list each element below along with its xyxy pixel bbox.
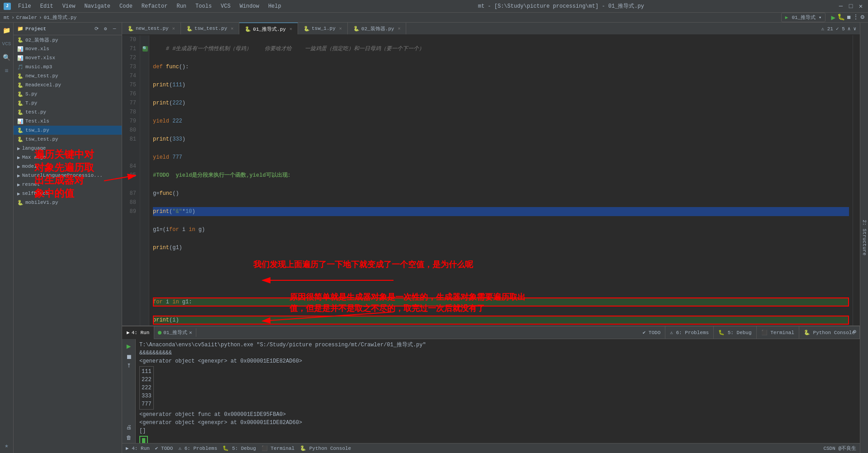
tree-item-movet-xlsx[interactable]: 📊 moveT.xlsx — [14, 53, 122, 62]
clear-button[interactable]: 🗑 — [126, 434, 132, 441]
tree-item-test-xls[interactable]: 📊 Test.xls — [14, 117, 122, 126]
sidebar-icon-search[interactable]: 🔍 — [1, 52, 13, 63]
tree-item-t[interactable]: 🐍 T.py — [14, 99, 122, 108]
output-line-amps: &&&&&&&&&& — [139, 349, 856, 357]
breadcrumb-file[interactable]: 01_推导式.py — [44, 14, 77, 21]
output-line-func: <generator object func at 0x000001E1DE95… — [139, 411, 856, 419]
output-line-222b: 222 — [142, 384, 152, 392]
line-numbers: 70 71 72 73 74 75 76 77 78 79 80 81 — [122, 35, 140, 326]
project-collapse-button[interactable]: ─ — [111, 25, 118, 33]
output-line-222a: 222 — [142, 376, 152, 384]
run-button[interactable]: ▶ — [831, 13, 835, 22]
project-title: 📁 Project — [17, 26, 46, 32]
bottom-settings-icon[interactable]: ⚙ — [853, 328, 856, 335]
tree-item-nlp[interactable]: ▶ NaturalLanguageProcessio... — [14, 171, 122, 180]
output-line-777: 777 — [142, 400, 152, 408]
output-line-command: T:\Anaconda\envs\cv5aiit\python.exe "S:/… — [139, 341, 856, 349]
editor-main: 70 71 72 73 74 75 76 77 78 79 80 81 — [122, 35, 860, 326]
tree-item-tsw1[interactable]: 🐍 tsw_1.py — [14, 126, 122, 135]
output-line-genexpr: <generator object <genexpr> at 0x000001E… — [139, 357, 856, 365]
tree-item-test[interactable]: 🐍 test.py — [14, 108, 122, 117]
status-left: ▶ 4: Run ✔ TODO ⚠ 6: Problems 🐛 5: Debug… — [126, 445, 351, 451]
more-run-button[interactable]: ⋮ — [853, 13, 859, 22]
tab-tsw1[interactable]: 🐍 tsw_1.py ✕ — [298, 23, 348, 35]
structure-panel-toggle[interactable]: 2: Structure — [860, 23, 868, 453]
tab-tsw-test[interactable]: 🐍 tsw_test.py ✕ — [181, 23, 240, 35]
bottom-tab-problems[interactable]: ⚠ 6: Problems — [665, 326, 714, 339]
print-button[interactable]: 🖨 — [126, 424, 132, 431]
tab-new-test[interactable]: 🐍 new_test.py ✕ — [122, 23, 181, 35]
output-line-genexpr2: <generator object <genexpr> at 0x000001E… — [139, 419, 856, 427]
tabs-bar: 🐍 new_test.py ✕ 🐍 tsw_test.py ✕ 🐍 01_推导式… — [122, 23, 860, 35]
tree-item-maxalgo[interactable]: ▶ Max algo — [14, 153, 122, 162]
bottom-tab-debug[interactable]: 🐛 5: Debug — [714, 326, 756, 339]
debug-button[interactable]: 🐛 — [837, 13, 845, 22]
title-controls: ─ □ ✕ — [837, 3, 864, 10]
breadcrumb-crawler[interactable]: Crawler — [16, 15, 37, 20]
project-header: 📁 Project ⟳ ⚙ ─ — [14, 23, 122, 35]
bottom-tab-todo[interactable]: ✔ TODO — [638, 326, 666, 339]
rerun-button[interactable]: ▶ — [126, 341, 132, 352]
terminal-status: ⬛ Terminal — [261, 445, 294, 451]
terminal-output[interactable]: T:\Anaconda\envs\cv5aiit\python.exe "S:/… — [136, 339, 860, 443]
output-line-empty-list: [] — [139, 427, 856, 435]
menu-tools[interactable]: Tools — [192, 2, 215, 10]
code-area[interactable]: 70 71 72 73 74 75 76 77 78 79 80 81 — [122, 35, 853, 326]
tab-01-tuodaoshi[interactable]: 🐍 01_推导式.py ✕ — [239, 23, 298, 35]
minimize-button[interactable]: ─ — [837, 3, 844, 10]
project-sync-button[interactable]: ⟳ — [93, 25, 100, 33]
editor-wrapper: 70 71 72 73 74 75 76 77 78 79 80 81 — [122, 35, 853, 326]
output-block: 111 222 222 333 777 — [139, 366, 154, 410]
tree-item-selfblock[interactable]: ▶ selfblock — [14, 189, 122, 198]
tab-02-decorators[interactable]: 🐍 02_装饰器.py ✕ — [348, 23, 407, 35]
menu-help[interactable]: Help — [265, 2, 285, 10]
menu-window[interactable]: Window — [236, 2, 263, 10]
app-menu: File Edit View Navigate Code Refactor Ru… — [14, 2, 285, 10]
bottom-tab-run[interactable]: ▶ 4: Run — [122, 326, 154, 339]
code-content[interactable]: # #生成器有一个惰性机制（母鸡） 你要啥才给 一旋鸡蛋（指定吃）和一日母鸡（要… — [149, 35, 853, 326]
tree-item-tsw-test[interactable]: 🐍 tsw_test.py — [14, 135, 122, 144]
scroll-top-button[interactable]: ⤒ — [127, 363, 131, 369]
tree-item-new-test[interactable]: 🐍 new_test.py — [14, 71, 122, 80]
breadcrumb-mt[interactable]: mt — [4, 15, 9, 20]
maximize-button[interactable]: □ — [847, 3, 854, 10]
tree-item-language[interactable]: ▶ language — [14, 144, 122, 153]
menu-code[interactable]: Code — [116, 2, 136, 10]
sidebar-icon-vcs[interactable]: VCS — [1, 38, 13, 50]
bottom-tab-terminal[interactable]: ⬛ Terminal — [757, 326, 799, 339]
title-bar: J File Edit View Navigate Code Refactor … — [0, 0, 868, 13]
menu-file[interactable]: File — [14, 2, 35, 10]
todo-status: ✔ TODO — [155, 445, 173, 451]
settings-button[interactable]: ⚙ — [861, 13, 864, 22]
stop-button[interactable]: ⏹ — [126, 354, 132, 361]
menu-view[interactable]: View — [59, 2, 79, 10]
python-console-status: 🐍 Python Console — [300, 445, 351, 451]
menu-run[interactable]: Run — [173, 2, 190, 10]
tree-item-decorators[interactable]: 🐍 02_装饰器.py — [14, 35, 122, 44]
sidebar-icon-project[interactable]: 📁 — [1, 24, 13, 36]
sidebar-icon-structure[interactable]: ≡ — [1, 65, 13, 77]
bottom-tabs: ▶ 4: Run 01_推导式 ✕ ✔ TODO ⚠ 6: Problems 🐛… — [122, 326, 860, 339]
menu-vcs[interactable]: VCS — [217, 2, 234, 10]
tree-item-s[interactable]: 🐍 S.py — [14, 90, 122, 99]
project-panel: 📁 Project ⟳ ⚙ ─ 🐍 02_装饰器.py 📊 move.xls 📊… — [14, 23, 122, 453]
menu-edit[interactable]: Edit — [37, 2, 57, 10]
menu-navigate[interactable]: Navigate — [81, 2, 114, 10]
bottom-tab-python-console[interactable]: 🐍 Python Console — [799, 326, 860, 339]
tree-item-move-xls[interactable]: 📊 move.xls — [14, 44, 122, 53]
run-config-selector[interactable]: ▶ 01_推导式 ▾ — [781, 13, 826, 22]
debug-status: 🐛 5: Debug — [223, 445, 256, 451]
sidebar-icon-favorites[interactable]: ★ — [1, 439, 13, 451]
menu-refactor[interactable]: Refactor — [138, 2, 171, 10]
project-settings-button[interactable]: ⚙ — [102, 25, 109, 33]
tree-item-model[interactable]: ▶ model — [14, 162, 122, 171]
tree-item-music-mp3[interactable]: 🎵 music.mp3 — [14, 62, 122, 71]
close-button[interactable]: ✕ — [857, 3, 864, 10]
tree-item-mobilev1[interactable]: 🐍 mobileV1.py — [14, 198, 122, 207]
title-bar-left: J File Edit View Navigate Code Refactor … — [4, 2, 285, 10]
problems-status: ⚠ 6: Problems — [178, 445, 217, 451]
run-status: ▶ 4: Run — [126, 445, 150, 451]
tree-item-readexcel[interactable]: 🐍 Readexcel.py — [14, 80, 122, 90]
tree-item-resnet[interactable]: ▶ resnet — [14, 180, 122, 189]
coverage-button[interactable]: ◼ — [847, 13, 850, 22]
